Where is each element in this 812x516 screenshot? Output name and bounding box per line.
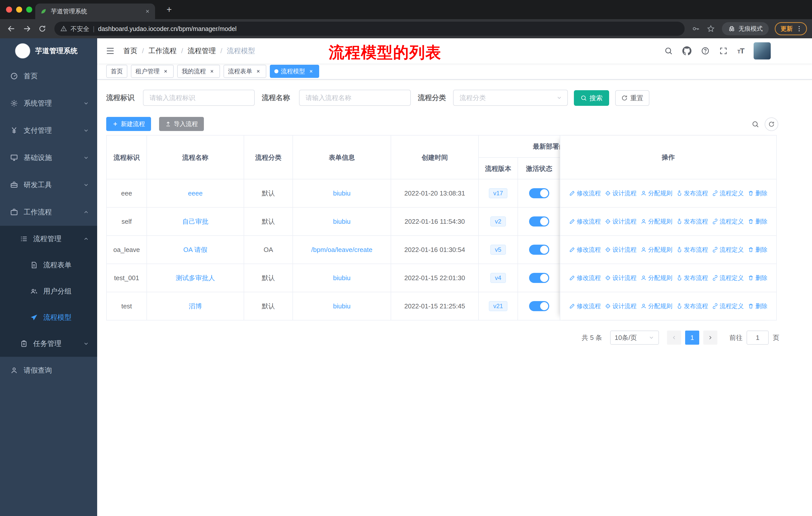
search-icon[interactable] <box>664 47 673 55</box>
create-process-button[interactable]: 新建流程 <box>106 117 151 131</box>
page-size-select[interactable]: 10条/页 <box>610 331 659 345</box>
close-window-button[interactable] <box>6 6 12 12</box>
process-definition-link[interactable]: 流程定义 <box>712 274 744 282</box>
sidebar-item-dev-tools[interactable]: 研发工具 <box>0 171 97 198</box>
process-id-input[interactable] <box>143 90 255 106</box>
process-definition-link[interactable]: 流程定义 <box>712 246 744 254</box>
sidebar-item-workflow[interactable]: 工作流程 <box>0 198 97 226</box>
tag-my-process[interactable]: 我的流程 <box>177 65 220 78</box>
sidebar-item-home[interactable]: 首页 <box>0 62 97 90</box>
sidebar-item-process-model[interactable]: 流程模型 <box>0 304 97 331</box>
fullscreen-icon[interactable] <box>719 47 728 55</box>
active-toggle[interactable] <box>529 245 549 255</box>
page-number-button[interactable]: 1 <box>685 331 699 345</box>
sidebar-item-leave-query[interactable]: 请假查询 <box>0 357 97 384</box>
design-process-link[interactable]: 设计流程 <box>605 189 637 197</box>
font-size-icon[interactable]: TT <box>737 47 744 55</box>
new-tab-button[interactable]: + <box>163 4 175 16</box>
design-process-link[interactable]: 设计流程 <box>605 217 637 225</box>
process-definition-link[interactable]: 流程定义 <box>712 217 744 225</box>
design-process-link[interactable]: 设计流程 <box>605 302 637 310</box>
process-name-link[interactable]: eeee <box>188 189 203 197</box>
browser-tab[interactable]: 芋道管理系统 <box>35 3 155 19</box>
process-category-select[interactable]: 流程分类 <box>453 90 568 106</box>
form-info-link[interactable]: biubiu <box>333 302 350 310</box>
sidebar-item-payment-management[interactable]: 支付管理 <box>0 117 97 144</box>
modify-process-link[interactable]: 修改流程 <box>569 217 601 225</box>
tag-process-model[interactable]: 流程模型 <box>270 65 319 78</box>
import-process-button[interactable]: 导入流程 <box>159 117 204 131</box>
publish-process-link[interactable]: 发布流程 <box>676 217 708 225</box>
process-name-link[interactable]: 测试多审批人 <box>176 274 215 282</box>
goto-page-input[interactable] <box>747 331 769 345</box>
sidebar-item-infrastructure[interactable]: 基础设施 <box>0 144 97 171</box>
modify-process-link[interactable]: 修改流程 <box>569 246 601 254</box>
active-toggle[interactable] <box>529 188 549 198</box>
tag-process-form[interactable]: 流程表单 <box>224 65 266 78</box>
reload-button[interactable] <box>38 25 46 33</box>
sidebar-item-system-management[interactable]: 系统管理 <box>0 90 97 117</box>
assign-rule-link[interactable]: 分配规则 <box>641 246 672 254</box>
sidebar-item-task-management[interactable]: 任务管理 <box>0 331 97 357</box>
process-definition-link[interactable]: 流程定义 <box>712 302 744 310</box>
sidebar-item-user-group[interactable]: 用户分组 <box>0 278 97 304</box>
active-toggle[interactable] <box>529 216 549 226</box>
search-button[interactable]: 搜索 <box>574 90 609 106</box>
breadcrumb-item[interactable]: 工作流程 <box>148 46 177 56</box>
assign-rule-link[interactable]: 分配规则 <box>641 189 672 197</box>
refresh-table-button[interactable] <box>765 117 778 131</box>
sidebar-fold-button[interactable] <box>106 46 115 55</box>
assign-rule-link[interactable]: 分配规则 <box>641 274 672 282</box>
publish-process-link[interactable]: 发布流程 <box>676 302 708 310</box>
process-definition-link[interactable]: 流程定义 <box>712 189 744 197</box>
minimize-window-button[interactable] <box>16 6 22 12</box>
form-info-link[interactable]: biubiu <box>333 189 350 197</box>
process-name-link[interactable]: OA 请假 <box>183 245 207 254</box>
help-icon[interactable] <box>701 47 709 55</box>
sidebar-item-process-management[interactable]: 流程管理 <box>0 226 97 252</box>
delete-link[interactable]: 删除 <box>748 274 767 282</box>
modify-process-link[interactable]: 修改流程 <box>569 189 601 197</box>
assign-rule-link[interactable]: 分配规则 <box>641 302 672 310</box>
reset-button[interactable]: 重置 <box>615 90 649 106</box>
process-name-link[interactable]: 自己审批 <box>182 217 208 226</box>
sidebar-item-process-form[interactable]: 流程表单 <box>0 252 97 278</box>
form-info-link[interactable]: /bpm/oa/leave/create <box>311 246 373 254</box>
assign-rule-link[interactable]: 分配规则 <box>641 217 672 225</box>
tag-tenant-management[interactable]: 租户管理 <box>131 65 174 78</box>
user-avatar[interactable] <box>754 42 771 59</box>
tag-close-icon[interactable] <box>308 68 315 75</box>
back-button[interactable] <box>7 24 16 33</box>
publish-process-link[interactable]: 发布流程 <box>676 246 708 254</box>
design-process-link[interactable]: 设计流程 <box>605 246 637 254</box>
active-toggle[interactable] <box>529 273 549 283</box>
tab-close-icon[interactable] <box>145 9 150 14</box>
process-name-input[interactable] <box>299 90 411 106</box>
update-button[interactable]: 更新 <box>775 22 807 35</box>
breadcrumb-item[interactable]: 首页 <box>123 46 138 56</box>
github-icon[interactable] <box>683 46 691 55</box>
next-page-button[interactable] <box>703 331 717 345</box>
breadcrumb-item[interactable]: 流程管理 <box>188 46 216 56</box>
tag-close-icon[interactable] <box>255 68 262 75</box>
form-info-link[interactable]: biubiu <box>333 274 350 282</box>
delete-link[interactable]: 删除 <box>748 217 767 225</box>
modify-process-link[interactable]: 修改流程 <box>569 302 601 310</box>
prev-page-button[interactable] <box>667 331 681 345</box>
publish-process-link[interactable]: 发布流程 <box>676 189 708 197</box>
address-bar[interactable]: 不安全 | dashboard.yudao.iocoder.cn/bpm/man… <box>54 22 685 36</box>
tag-close-icon[interactable] <box>208 68 215 75</box>
delete-link[interactable]: 删除 <box>748 189 767 197</box>
tag-close-icon[interactable] <box>162 68 169 75</box>
design-process-link[interactable]: 设计流程 <box>605 274 637 282</box>
bookmark-star-icon[interactable] <box>707 25 715 33</box>
active-toggle[interactable] <box>529 301 549 311</box>
delete-link[interactable]: 删除 <box>748 246 767 254</box>
forward-button[interactable] <box>23 24 31 33</box>
publish-process-link[interactable]: 发布流程 <box>676 274 708 282</box>
zoom-window-button[interactable] <box>26 6 32 12</box>
menu-kebab-icon[interactable] <box>795 25 803 32</box>
tag-home[interactable]: 首页 <box>106 65 127 78</box>
process-name-link[interactable]: 滔博 <box>189 302 202 311</box>
modify-process-link[interactable]: 修改流程 <box>569 274 601 282</box>
